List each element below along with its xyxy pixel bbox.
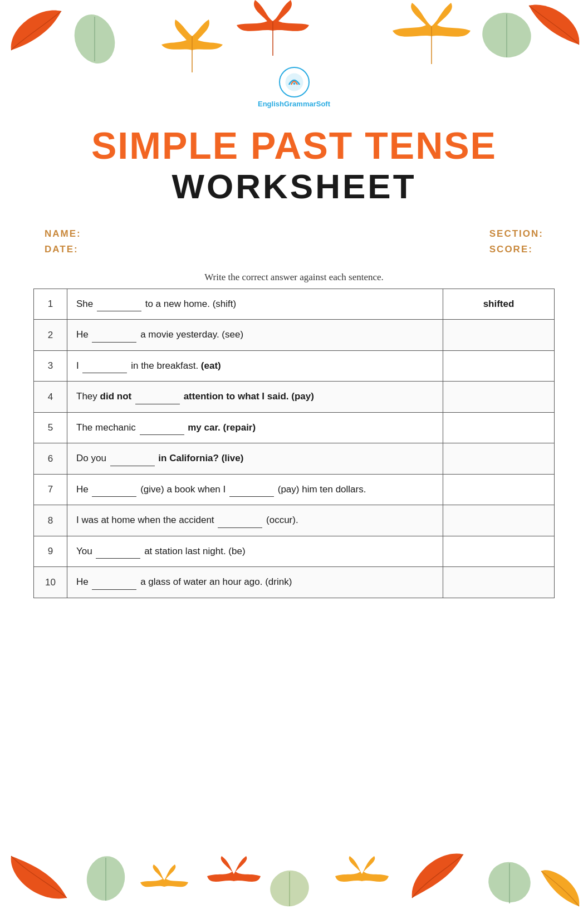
row-answer <box>443 505 555 536</box>
row-number: 6 <box>34 443 67 475</box>
blank <box>140 421 184 436</box>
leaf-decoration <box>84 853 128 903</box>
blank <box>92 482 136 497</box>
svg-point-10 <box>484 859 535 906</box>
table-row: 3 I in the breakfast. (eat) <box>34 350 555 382</box>
row-number: 8 <box>34 505 67 536</box>
title-main: SIMPLE PAST TENSE <box>33 125 555 167</box>
logo-text: EnglishGrammarSoft <box>258 100 330 108</box>
blank <box>97 297 141 312</box>
blank <box>218 513 262 528</box>
blank <box>92 575 136 590</box>
table-row: 8 I was at home when the accident (occur… <box>34 505 555 536</box>
date-label: DATE: <box>45 244 81 255</box>
row-sentence: He a glass of water an hour ago. (drink) <box>67 567 443 598</box>
svg-point-4 <box>285 74 303 91</box>
row-answer <box>443 382 555 413</box>
leaf-decoration <box>139 864 189 909</box>
table-row: 9 You at station last night. (be) <box>34 536 555 567</box>
row-sentence: They did not attention to what I said. (… <box>67 382 443 413</box>
leaf-decoration <box>334 856 390 906</box>
row-sentence: She to a new home. (shift) <box>67 289 443 320</box>
row-answer: shifted <box>443 289 555 320</box>
row-number: 7 <box>34 474 67 505</box>
row-answer <box>443 474 555 505</box>
table-row: 1 She to a new home. (shift) shifted <box>34 289 555 320</box>
row-sentence: Do you in California? (live) <box>67 443 443 475</box>
row-number: 4 <box>34 382 67 413</box>
row-sentence: He a movie yesterday. (see) <box>67 320 443 351</box>
score-label: SCORE: <box>489 244 543 255</box>
row-answer <box>443 536 555 567</box>
row-answer <box>443 567 555 598</box>
logo-svg <box>285 72 304 92</box>
blank <box>96 544 140 559</box>
blank <box>135 389 180 404</box>
leaf-decoration <box>267 867 312 909</box>
row-sentence: You at station last night. (be) <box>67 536 443 567</box>
table-row: 5 The mechanic my car. (repair) <box>34 412 555 443</box>
table-row: 10 He a glass of water an hour ago. (dri… <box>34 567 555 598</box>
row-answer <box>443 320 555 351</box>
row-answer <box>443 443 555 475</box>
blank <box>82 359 127 374</box>
row-sentence: He (give) a book when I (pay) him ten do… <box>67 474 443 505</box>
logo: EnglishGrammarSoft <box>258 67 330 108</box>
page: EnglishGrammarSoft SIMPLE PAST TENSE WOR… <box>0 0 588 909</box>
blank <box>229 482 274 497</box>
section-label: SECTION: <box>489 228 543 240</box>
header: EnglishGrammarSoft <box>0 0 588 114</box>
title-section: SIMPLE PAST TENSE WORKSHEET <box>0 114 588 212</box>
row-answer <box>443 350 555 382</box>
worksheet-table: 1 She to a new home. (shift) shifted 2 H… <box>33 289 555 598</box>
row-answer <box>443 412 555 443</box>
title-sub: WORKSHEET <box>33 167 555 206</box>
leaf-decoration <box>484 859 535 906</box>
fields-row: NAME: DATE: SECTION: SCORE: <box>0 217 588 261</box>
name-label: NAME: <box>45 228 81 240</box>
table-row: 6 Do you in California? (live) <box>34 443 555 475</box>
svg-point-8 <box>267 867 312 909</box>
row-number: 5 <box>34 412 67 443</box>
instruction-text: Write the correct answer against each se… <box>33 272 555 283</box>
row-sentence: I in the breakfast. (eat) <box>67 350 443 382</box>
fields-right: SECTION: SCORE: <box>489 228 543 255</box>
row-number: 10 <box>34 567 67 598</box>
leaf-decoration <box>206 856 262 906</box>
leaf-decoration <box>6 851 72 906</box>
table-row: 2 He a movie yesterday. (see) <box>34 320 555 351</box>
row-number: 2 <box>34 320 67 351</box>
blank <box>92 328 136 343</box>
row-number: 1 <box>34 289 67 320</box>
blank <box>110 451 155 466</box>
fields-left: NAME: DATE: <box>45 228 81 255</box>
svg-point-6 <box>84 853 128 903</box>
logo-icon <box>279 67 310 97</box>
row-number: 3 <box>34 350 67 382</box>
row-number: 9 <box>34 536 67 567</box>
leaf-decoration <box>540 864 585 909</box>
row-sentence: The mechanic my car. (repair) <box>67 412 443 443</box>
svg-point-5 <box>293 82 295 85</box>
leaf-decoration <box>406 848 468 903</box>
row-sentence: I was at home when the accident (occur). <box>67 505 443 536</box>
table-row: 7 He (give) a book when I (pay) him ten … <box>34 474 555 505</box>
table-row: 4 They did not attention to what I said.… <box>34 382 555 413</box>
